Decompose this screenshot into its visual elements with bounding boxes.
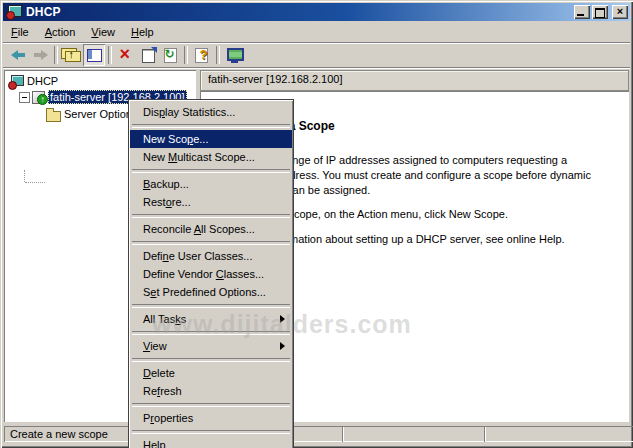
server-icon: [31, 90, 48, 105]
up-one-level-button[interactable]: [61, 44, 83, 66]
minimize-button[interactable]: [574, 5, 590, 19]
back-arrow-button[interactable]: [7, 44, 29, 66]
context-menu-item-all-tasks[interactable]: All Tasks: [130, 310, 292, 328]
delete-icon: [118, 47, 135, 63]
maximize-button[interactable]: [592, 5, 608, 19]
help-icon: [194, 47, 211, 63]
submenu-arrow-icon: [280, 342, 285, 350]
context-menu-item-refresh[interactable]: Refresh: [130, 382, 292, 400]
context-menu-item-reconcile-all-scopes[interactable]: Reconcile All Scopes...: [130, 220, 292, 238]
menu-separator: [130, 355, 292, 364]
close-button[interactable]: ×: [612, 5, 628, 19]
context-menu-item-delete[interactable]: Delete: [130, 364, 292, 382]
status-text: Create a new scope: [10, 428, 108, 440]
menu-separator: [130, 238, 292, 247]
dhcp-root-icon: [8, 74, 25, 89]
menu-bar: FileActionViewHelp: [3, 21, 630, 43]
tree-connector: [24, 170, 25, 182]
tree-item-server-options[interactable]: Server Options: [45, 106, 139, 122]
collapse-expander[interactable]: [19, 92, 30, 103]
monitor-icon: [226, 47, 243, 63]
menu-help[interactable]: Help: [123, 23, 162, 41]
context-menu-item-new-scope[interactable]: New Scope...: [130, 130, 292, 148]
menu-separator: [130, 400, 292, 409]
context-menu-item-restore[interactable]: Restore...: [130, 193, 292, 211]
toolbar-separator: [54, 46, 58, 64]
toolbar: [3, 43, 630, 68]
tree-item-dhcp-root[interactable]: DHCP: [8, 73, 60, 89]
context-menu-item-backup[interactable]: Backup...: [130, 175, 292, 193]
forward-arrow-button: [29, 44, 51, 66]
status-bar: Create a new scope: [3, 425, 630, 443]
toolbar-separator: [108, 46, 112, 64]
menu-separator: [130, 211, 292, 220]
properties-button[interactable]: [137, 44, 159, 66]
status-panel-2: [342, 426, 486, 442]
menu-separator: [130, 301, 292, 310]
help-button[interactable]: [191, 44, 213, 66]
forward-arrow-icon: [32, 47, 49, 63]
menu-view[interactable]: View: [83, 23, 123, 41]
context-menu-item-help[interactable]: Help: [130, 436, 292, 448]
menu-separator: [130, 121, 292, 130]
status-panel-3: [484, 426, 633, 442]
monitor-button[interactable]: [223, 44, 245, 66]
window-title: DHCP: [26, 5, 61, 19]
context-menu: Display Statistics...New Scope...New Mul…: [128, 99, 294, 448]
back-arrow-icon: [10, 47, 27, 63]
context-menu-item-display-statistics[interactable]: Display Statistics...: [130, 103, 292, 121]
window-buttons: ×: [574, 5, 630, 19]
menu-separator: [130, 166, 292, 175]
context-menu-item-properties[interactable]: Properties: [130, 409, 292, 427]
context-menu-item-define-vendor-classes[interactable]: Define Vendor Classes...: [130, 265, 292, 283]
toolbar-separator: [184, 46, 188, 64]
dhcp-app-icon: [6, 5, 22, 19]
show-hide-console-tree-icon: [86, 47, 103, 63]
delete-button[interactable]: [115, 44, 137, 66]
tree-item-label[interactable]: DHCP: [25, 74, 60, 88]
menu-separator: [130, 328, 292, 337]
title-bar[interactable]: DHCP ×: [3, 3, 630, 21]
menu-action[interactable]: Action: [37, 23, 84, 41]
refresh-icon: [162, 47, 179, 63]
submenu-arrow-icon: [280, 315, 285, 323]
context-menu-item-define-user-classes[interactable]: Define User Classes...: [130, 247, 292, 265]
menu-file[interactable]: File: [3, 23, 37, 41]
up-one-level-icon: [64, 47, 81, 63]
refresh-button[interactable]: [159, 44, 181, 66]
toolbar-separator: [216, 46, 220, 64]
results-pane-banner: fatih-server [192.168.2.100]: [200, 70, 629, 91]
folder-icon: [45, 107, 62, 122]
menu-separator: [130, 427, 292, 436]
show-hide-console-tree-button[interactable]: [83, 44, 105, 66]
dhcp-console-window: DHCP × FileActionViewHelp DHCP fatih-ser…: [0, 0, 633, 448]
close-icon: ×: [612, 5, 628, 18]
context-menu-item-set-predefined-options[interactable]: Set Predefined Options...: [130, 283, 292, 301]
tree-connector: [25, 182, 45, 183]
context-menu-item-new-multicast-scope[interactable]: New Multicast Scope...: [130, 148, 292, 166]
properties-icon: [140, 47, 157, 63]
context-menu-item-view[interactable]: View: [130, 337, 292, 355]
